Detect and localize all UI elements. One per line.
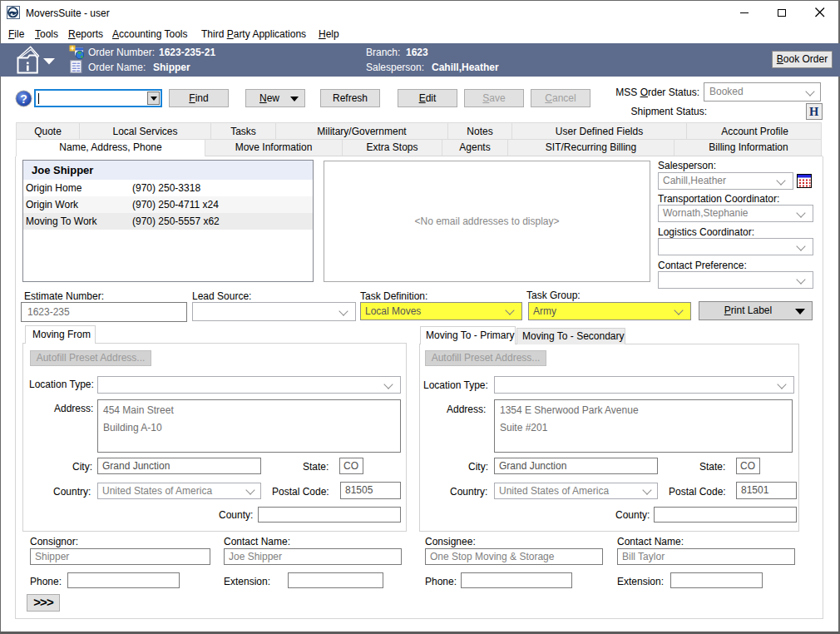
svg-text:?: ? <box>20 92 27 106</box>
